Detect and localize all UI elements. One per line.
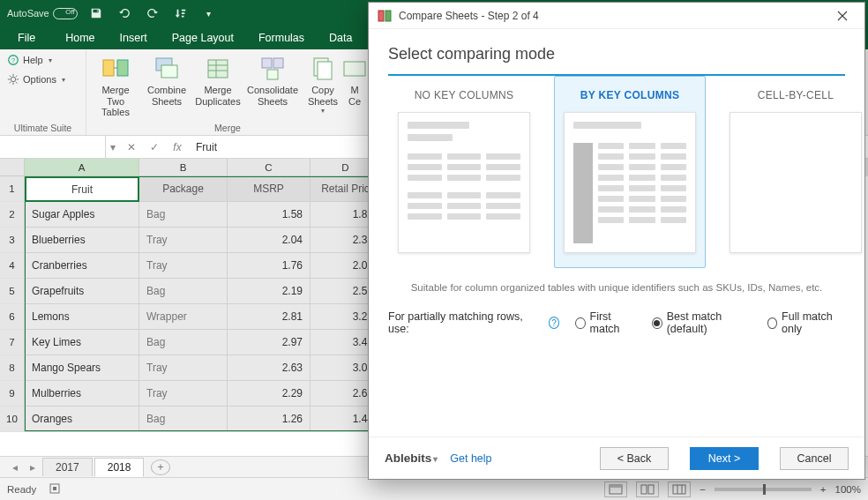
cell[interactable]: Tray — [139, 253, 228, 279]
combine-sheets-button[interactable]: Combine Sheets — [141, 53, 192, 108]
ribbon-group-ultimate: ? Help ▾ Options ▾ Ultimate Suite — [0, 49, 86, 135]
col-header-C[interactable]: C — [228, 159, 311, 176]
cell[interactable]: Bag — [139, 407, 228, 432]
accept-formula-icon[interactable]: ✓ — [143, 136, 166, 158]
cell[interactable]: 2.04 — [228, 228, 311, 253]
cell[interactable]: Tray — [139, 355, 228, 381]
mode-by-key-columns[interactable]: BY KEY COLUMNS — [554, 76, 706, 268]
cell[interactable]: 1.26 — [228, 407, 311, 432]
tab-data[interactable]: Data — [324, 28, 357, 48]
cell[interactable]: Bag — [139, 202, 228, 228]
row-header[interactable]: 4 — [0, 253, 25, 279]
tab-home[interactable]: Home — [60, 28, 100, 48]
cell[interactable]: Cranberries — [25, 253, 139, 279]
table-row: CranberriesTray1.762.02 — [25, 253, 381, 279]
options-button[interactable]: Options ▾ — [5, 72, 80, 86]
cell[interactable]: 1.76 — [228, 253, 311, 279]
sort-icon[interactable] — [171, 4, 191, 23]
merge-cells-button-truncated[interactable]: M Ce — [344, 53, 365, 108]
cell[interactable]: Wrapper — [139, 304, 228, 330]
view-page-break-icon[interactable] — [668, 481, 691, 497]
cell[interactable]: Grapefruits — [25, 279, 139, 304]
cell[interactable]: Bag — [139, 330, 228, 355]
zoom-level[interactable]: 100% — [835, 484, 861, 495]
tab-insert[interactable]: Insert — [115, 28, 153, 48]
cell[interactable]: Sugar Apples — [25, 202, 139, 228]
cell[interactable]: Key Limes — [25, 330, 139, 355]
dialog-titlebar[interactable]: Compare Sheets - Step 2 of 4 — [369, 3, 864, 29]
help-button[interactable]: ? Help ▾ — [5, 53, 80, 67]
save-icon[interactable] — [86, 4, 106, 23]
col-header-B[interactable]: B — [139, 159, 228, 176]
table-header-fruit[interactable]: Fruit — [25, 176, 139, 202]
tab-formulas[interactable]: Formulas — [253, 28, 310, 48]
combine-sheets-icon — [153, 55, 181, 83]
cell[interactable]: Tray — [139, 228, 228, 253]
row-header[interactable]: 10 — [0, 407, 25, 432]
row-header[interactable]: 8 — [0, 355, 25, 381]
row-header[interactable]: 5 — [0, 279, 25, 304]
col-header-A[interactable]: A — [25, 159, 139, 176]
tab-file[interactable]: File — [7, 28, 46, 48]
new-sheet-button[interactable]: ＋ — [151, 459, 170, 475]
cell[interactable]: 1.58 — [228, 202, 311, 228]
consolidate-sheets-button[interactable]: Consolidate Sheets — [243, 53, 302, 108]
cell[interactable]: Tray — [139, 381, 228, 407]
zoom-out-button[interactable]: − — [700, 484, 706, 495]
autosave-toggle[interactable]: AutoSave — [7, 8, 78, 19]
cell[interactable]: Bag — [139, 279, 228, 304]
cell[interactable]: Blueberries — [25, 228, 139, 253]
row-header[interactable]: 3 — [0, 228, 25, 253]
radio-best-match[interactable]: Best match (default) — [652, 310, 751, 335]
undo-icon[interactable] — [115, 4, 134, 23]
sheet-tab-2018[interactable]: 2018 — [94, 458, 145, 477]
next-button[interactable]: Next > — [690, 447, 759, 470]
back-button[interactable]: < Back — [600, 447, 669, 470]
radio-first-match[interactable]: First match — [575, 310, 636, 335]
redo-icon[interactable] — [143, 4, 162, 23]
qat-more-icon[interactable]: ▾ — [199, 4, 219, 23]
row-header[interactable]: 7 — [0, 330, 25, 355]
mode-no-key-columns[interactable]: NO KEY COLUMNS — [388, 76, 540, 268]
radio-full-match[interactable]: Full match only — [767, 310, 845, 335]
chevron-down-icon[interactable]: ▾ — [106, 141, 120, 153]
merge-duplicates-button[interactable]: Merge Duplicates — [192, 53, 243, 108]
row-header[interactable]: 1 — [0, 176, 25, 202]
zoom-in-button[interactable]: + — [820, 484, 827, 495]
cell[interactable]: Oranges — [25, 407, 139, 432]
ablebits-brand-menu[interactable]: Ablebits▾ — [385, 451, 438, 465]
table-header-msrp[interactable]: MSRP — [228, 176, 311, 202]
cell[interactable]: 2.81 — [228, 304, 311, 330]
row-header[interactable]: 2 — [0, 202, 25, 228]
cell[interactable]: 2.97 — [228, 330, 311, 355]
fx-icon[interactable]: fx — [166, 136, 189, 158]
cell[interactable]: 2.29 — [228, 381, 311, 407]
sheet-nav-prev[interactable]: ◂ — [7, 461, 23, 474]
cell[interactable]: 2.63 — [228, 355, 311, 381]
sheet-nav-next[interactable]: ▸ — [25, 461, 41, 474]
cell[interactable]: Mango Spears — [25, 355, 139, 381]
cell[interactable]: 2.19 — [228, 279, 311, 304]
merge-two-tables-button[interactable]: Merge Two Tables — [90, 53, 141, 120]
select-all-corner[interactable] — [0, 159, 25, 176]
copy-sheets-button[interactable]: Copy Sheets ▾ — [302, 53, 344, 116]
tab-page-layout[interactable]: Page Layout — [167, 28, 239, 48]
sheet-tab-2017[interactable]: 2017 — [42, 458, 93, 476]
zoom-slider[interactable] — [715, 488, 812, 491]
close-button[interactable] — [829, 4, 856, 28]
table-header-package[interactable]: Package — [139, 176, 228, 202]
cancel-button[interactable]: Cancel — [780, 447, 849, 470]
view-normal-icon[interactable] — [604, 481, 627, 497]
row-header[interactable]: 6 — [0, 304, 25, 330]
mode-cell-by-cell[interactable]: CELL-BY-CELL — [720, 76, 868, 268]
cancel-formula-icon[interactable]: ✕ — [120, 136, 143, 158]
autosave-switch[interactable] — [53, 8, 78, 19]
name-box[interactable] — [0, 136, 106, 158]
help-icon[interactable]: ? — [549, 317, 559, 329]
view-page-layout-icon[interactable] — [636, 481, 659, 497]
row-header[interactable]: 9 — [0, 381, 25, 407]
get-help-link[interactable]: Get help — [450, 452, 491, 465]
cell[interactable]: Lemons — [25, 304, 139, 330]
cell[interactable]: Mulberries — [25, 381, 139, 407]
macro-record-icon[interactable] — [49, 482, 61, 496]
